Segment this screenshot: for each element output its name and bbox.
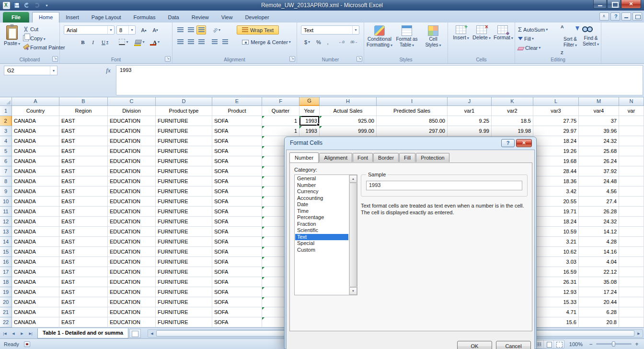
cell-H3[interactable]: 999.00	[320, 126, 377, 136]
cell-M19[interactable]: 17.24	[579, 287, 619, 297]
cell-E4[interactable]: SOFA	[212, 136, 262, 146]
cell-F3[interactable]: 1	[262, 126, 299, 136]
row-header-10[interactable]: 10	[0, 197, 12, 207]
column-header-F[interactable]: F	[262, 97, 299, 106]
cell-G3[interactable]: 1993	[299, 126, 320, 136]
cell-B16[interactable]: EAST	[59, 257, 108, 267]
cell-M11[interactable]: 26.28	[579, 207, 619, 217]
cell-M8[interactable]: 24.48	[579, 176, 619, 186]
cell-A11[interactable]: CANADA	[12, 207, 59, 217]
ribbon-tab-formulas[interactable]: Formulas	[127, 12, 162, 23]
column-header-K[interactable]: K	[492, 97, 533, 106]
row-header-7[interactable]: 7	[0, 166, 12, 176]
cell-M15[interactable]: 14.16	[579, 247, 619, 257]
insert-function-button[interactable]: fx	[103, 67, 114, 75]
cell-C5[interactable]: EDUCATION	[108, 146, 156, 156]
cell-E6[interactable]: SOFA	[212, 156, 262, 166]
row-header-11[interactable]: 11	[0, 207, 12, 217]
cell-L20[interactable]: 15.33	[533, 297, 579, 307]
accounting-format-button[interactable]: $	[301, 37, 313, 47]
macro-record-button[interactable]	[24, 341, 30, 347]
excel-app-icon[interactable]	[2, 1, 11, 9]
cell-B5[interactable]: EAST	[59, 146, 108, 156]
font-dialog-launcher[interactable]	[165, 56, 171, 62]
clipboard-dialog-launcher[interactable]	[52, 56, 58, 62]
cell-I1[interactable]: Predicted Sales	[377, 106, 448, 116]
italic-button[interactable]: I	[89, 37, 97, 47]
cell-N20[interactable]	[619, 297, 644, 307]
cell-B1[interactable]: Region	[59, 106, 108, 116]
cell-E17[interactable]: SOFA	[212, 267, 262, 277]
workbook-restore-button[interactable]	[632, 12, 642, 21]
zoom-in-button[interactable]: +	[633, 341, 640, 348]
cell-L13[interactable]: 10.59	[533, 227, 579, 237]
cell-N1[interactable]: var	[619, 106, 644, 116]
cell-D9[interactable]: FURNITURE	[156, 186, 212, 197]
number-format-select[interactable]: Text	[301, 25, 359, 35]
wrap-text-button[interactable]: Wrap Text	[237, 25, 279, 35]
row-header-9[interactable]: 9	[0, 186, 12, 197]
cell-D15[interactable]: FURNITURE	[156, 247, 212, 257]
minimize-button[interactable]	[593, 0, 607, 9]
cell-N3[interactable]	[619, 126, 644, 136]
cell-B4[interactable]: EAST	[59, 136, 108, 146]
cell-M3[interactable]: 39.96	[579, 126, 619, 136]
ribbon-tab-file[interactable]: File	[3, 12, 29, 23]
copy-button[interactable]: Copy	[23, 34, 65, 43]
dialog-tab-border[interactable]: Border	[373, 153, 399, 162]
ribbon-tab-home[interactable]: Home	[32, 12, 59, 23]
row-header-20[interactable]: 20	[0, 297, 12, 307]
cell-B21[interactable]: EAST	[59, 307, 108, 317]
cell-G2[interactable]: 1993	[299, 116, 320, 126]
column-header-G[interactable]: G	[299, 97, 320, 106]
cell-N7[interactable]	[619, 166, 644, 176]
cell-N9[interactable]	[619, 186, 644, 197]
cell-A17[interactable]: CANADA	[12, 267, 59, 277]
align-right-button[interactable]	[196, 37, 206, 47]
cell-N4[interactable]	[619, 136, 644, 146]
cell-J2[interactable]: 9.25	[448, 116, 492, 126]
cell-N12[interactable]	[619, 217, 644, 227]
cell-C20[interactable]: EDUCATION	[108, 297, 156, 307]
cell-C18[interactable]: EDUCATION	[108, 277, 156, 287]
cell-E3[interactable]: SOFA	[212, 126, 262, 136]
row-header-16[interactable]: 16	[0, 257, 12, 267]
cell-D6[interactable]: FURNITURE	[156, 156, 212, 166]
cell-C16[interactable]: EDUCATION	[108, 257, 156, 267]
cell-L4[interactable]: 18.24	[533, 136, 579, 146]
underline-button[interactable]: U	[98, 37, 112, 47]
page-break-preview-button[interactable]	[554, 340, 564, 348]
row-header-15[interactable]: 15	[0, 247, 12, 257]
listbox-scroll-thumb[interactable]	[349, 183, 357, 287]
cell-L9[interactable]: 3.42	[533, 186, 579, 197]
cell-D2[interactable]: FURNITURE	[156, 116, 212, 126]
cell-A3[interactable]: CANADA	[12, 126, 59, 136]
cell-D19[interactable]: FURNITURE	[156, 287, 212, 297]
cell-L12[interactable]: 18.24	[533, 217, 579, 227]
cell-N17[interactable]	[619, 267, 644, 277]
cell-C1[interactable]: Division	[108, 106, 156, 116]
format-as-table-button[interactable]: Format as Table	[394, 24, 420, 56]
cell-A4[interactable]: CANADA	[12, 136, 59, 146]
next-sheet-button[interactable]: ▶	[18, 329, 26, 337]
formula-input[interactable]: 1993	[116, 65, 643, 95]
workbook-minimize-button[interactable]	[621, 12, 631, 21]
cell-L7[interactable]: 28.44	[533, 166, 579, 176]
select-all-corner[interactable]	[0, 97, 12, 106]
column-header-C[interactable]: C	[108, 97, 156, 106]
category-item-special[interactable]: Special	[295, 240, 348, 247]
column-header-M[interactable]: M	[579, 97, 619, 106]
cell-E16[interactable]: SOFA	[212, 257, 262, 267]
dialog-tab-number[interactable]: Number	[289, 152, 319, 163]
cell-M21[interactable]: 6.28	[579, 307, 619, 317]
cell-A9[interactable]: CANADA	[12, 186, 59, 197]
close-button[interactable]	[621, 0, 641, 9]
cell-D21[interactable]: FURNITURE	[156, 307, 212, 317]
cell-A2[interactable]: CANADA	[12, 116, 59, 126]
cell-L2[interactable]: 27.75	[533, 116, 579, 126]
row-header-8[interactable]: 8	[0, 176, 12, 186]
cell-L19[interactable]: 12.93	[533, 287, 579, 297]
cell-M5[interactable]: 25.68	[579, 146, 619, 156]
cell-D20[interactable]: FURNITURE	[156, 297, 212, 307]
insert-cells-button[interactable]: + Insert	[452, 24, 470, 56]
